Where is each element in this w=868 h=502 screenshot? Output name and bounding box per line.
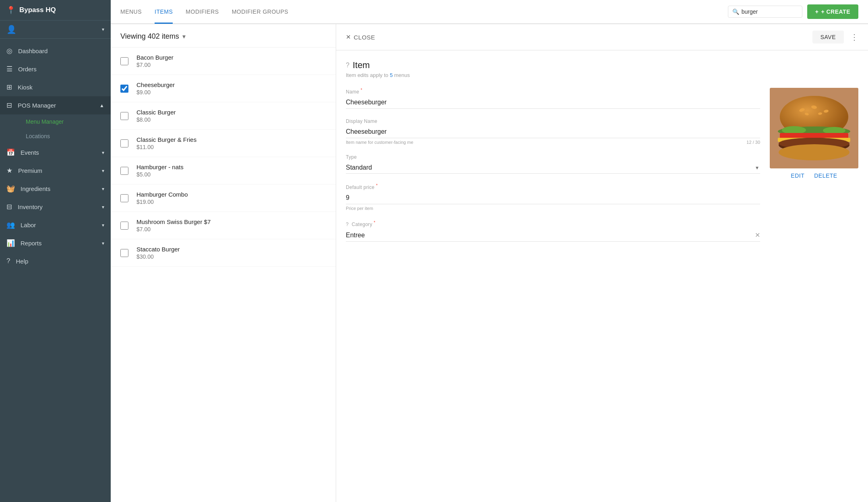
item-checkbox-hamburger-combo[interactable]	[120, 194, 128, 202]
chevron-up-icon: ▲	[99, 103, 104, 108]
type-select-wrapper: Standard Combo Variable ▾	[346, 162, 760, 174]
item-price: $11.00	[136, 144, 196, 150]
sidebar-item-dashboard[interactable]: ◎ Dashboard	[0, 42, 111, 60]
sidebar-item-pos-manager[interactable]: ⊟ POS Manager ▲	[0, 96, 111, 114]
item-image	[770, 88, 858, 168]
sidebar-item-inventory[interactable]: ⊟ Inventory ▾	[0, 198, 111, 216]
field-group-name: Name *	[346, 88, 760, 109]
detail-fields: Name * Display Name Item name for custom…	[346, 88, 760, 251]
more-options-icon[interactable]: ⋮	[850, 32, 858, 42]
item-checkbox-bacon-burger[interactable]	[120, 57, 128, 65]
item-list-header: Viewing 402 items ▾	[111, 24, 336, 48]
ingredients-icon: 🧺	[6, 185, 15, 193]
tab-modifiers[interactable]: MODIFIERS	[186, 0, 219, 24]
field-group-display-name: Display Name Item name for customer-faci…	[346, 118, 760, 145]
item-price: $19.00	[136, 199, 188, 205]
list-item[interactable]: Classic Burger $8.00	[111, 102, 336, 130]
field-group-type: Type Standard Combo Variable ▾	[346, 154, 760, 174]
plus-icon: +	[815, 8, 819, 15]
price-input[interactable]	[346, 192, 760, 204]
sidebar-item-label: Events	[21, 149, 102, 156]
location-icon: 📍	[6, 6, 15, 15]
user-chevron-icon: ▾	[102, 27, 104, 32]
tab-items[interactable]: ITEMS	[155, 0, 173, 24]
item-checkbox-hamburger-nats[interactable]	[120, 167, 128, 175]
list-item[interactable]: Cheeseburger $9.00	[111, 75, 336, 102]
detail-body: ? Item Item edits apply to 5 menus Name …	[336, 50, 868, 502]
detail-header-actions: SAVE ⋮	[812, 31, 858, 44]
category-field: Entree ✕	[346, 229, 760, 242]
item-subtitle: Item edits apply to 5 menus	[346, 72, 858, 78]
chevron-down-icon: ▾	[102, 222, 104, 228]
edit-image-button[interactable]: EDIT	[791, 172, 804, 179]
viewing-chevron-icon[interactable]: ▾	[182, 33, 186, 40]
sidebar-item-label: POS Manager	[18, 102, 99, 109]
list-item[interactable]: Mushroom Swiss Burger $7 $7.00	[111, 212, 336, 239]
sidebar-user[interactable]: 👤 ▾	[0, 21, 111, 39]
field-group-price: Default price * Price per item	[346, 183, 760, 211]
sidebar-item-labor[interactable]: 👥 Labor ▾	[0, 216, 111, 234]
sidebar-item-label: Orders	[18, 66, 104, 73]
detail-panel: ✕ CLOSE SAVE ⋮ ? Item Item edits apply t…	[336, 24, 868, 502]
sidebar-sub-item-locations[interactable]: Locations	[19, 129, 111, 143]
main-content: MENUS ITEMS MODIFIERS MODIFIER GROUPS 🔍 …	[111, 0, 868, 502]
item-checkbox-cheeseburger[interactable]	[120, 85, 128, 93]
tab-menus[interactable]: MENUS	[120, 0, 142, 24]
list-item[interactable]: Staccato Burger $30.00	[111, 239, 336, 267]
item-name: Mushroom Swiss Burger $7	[136, 218, 211, 225]
category-clear-icon[interactable]: ✕	[755, 231, 760, 239]
item-info: Cheeseburger $9.00	[136, 81, 175, 95]
reports-icon: 📊	[6, 239, 15, 247]
kiosk-icon: ⊞	[6, 83, 12, 91]
sidebar-item-ingredients[interactable]: 🧺 Ingredients ▾	[0, 180, 111, 198]
display-name-input[interactable]	[346, 126, 760, 138]
item-list: Bacon Burger $7.00 Cheeseburger $9.00 Cl…	[111, 48, 336, 502]
item-info: Hamburger - nats $5.00	[136, 164, 184, 178]
name-field-label: Name *	[346, 88, 760, 95]
sidebar-item-label: Ingredients	[21, 185, 102, 192]
item-checkbox-staccato-burger[interactable]	[120, 249, 128, 257]
search-box[interactable]: 🔍	[728, 6, 802, 18]
nav-tabs: MENUS ITEMS MODIFIERS MODIFIER GROUPS	[120, 0, 728, 23]
sidebar-item-label: Premium	[18, 167, 102, 174]
item-list-panel: Viewing 402 items ▾ Bacon Burger $7.00 C…	[111, 24, 336, 502]
list-item[interactable]: Hamburger Combo $19.00	[111, 185, 336, 212]
save-button[interactable]: SAVE	[812, 31, 844, 44]
tab-modifier-groups[interactable]: MODIFIER GROUPS	[232, 0, 289, 24]
sidebar-item-help[interactable]: ? Help	[0, 252, 111, 270]
labor-icon: 👥	[6, 221, 15, 229]
sidebar-item-orders[interactable]: ☰ Orders	[0, 60, 111, 78]
item-price: $9.00	[136, 89, 175, 95]
svg-rect-11	[780, 133, 848, 139]
item-name: Cheeseburger	[136, 81, 175, 88]
help-circle-icon[interactable]: ?	[346, 62, 349, 69]
delete-image-button[interactable]: DELETE	[814, 172, 837, 179]
item-checkbox-mushroom-swiss[interactable]	[120, 222, 128, 230]
price-field-label: Default price *	[346, 183, 760, 190]
content-area: Viewing 402 items ▾ Bacon Burger $7.00 C…	[111, 24, 868, 502]
events-icon: 📅	[6, 148, 15, 157]
sidebar-item-reports[interactable]: 📊 Reports ▾	[0, 234, 111, 252]
sidebar-sub-item-menu-manager[interactable]: Menu Manager	[19, 114, 111, 129]
chevron-down-icon: ▾	[102, 186, 104, 192]
create-button[interactable]: + + CREATE	[807, 4, 858, 19]
sidebar-item-premium[interactable]: ★ Premium ▾	[0, 162, 111, 180]
sidebar-item-kiosk[interactable]: ⊞ Kiosk	[0, 78, 111, 96]
close-button[interactable]: ✕ CLOSE	[346, 33, 375, 41]
sidebar-item-events[interactable]: 📅 Events ▾	[0, 143, 111, 162]
display-name-field-label: Display Name	[346, 118, 760, 124]
search-input[interactable]	[742, 8, 798, 15]
detail-content: Name * Display Name Item name for custom…	[346, 88, 858, 251]
item-checkbox-classic-burger[interactable]	[120, 112, 128, 120]
list-item[interactable]: Classic Burger & Fries $11.00	[111, 130, 336, 157]
list-item[interactable]: Hamburger - nats $5.00	[111, 157, 336, 185]
list-item[interactable]: Bacon Burger $7.00	[111, 48, 336, 75]
type-select[interactable]: Standard Combo Variable	[346, 162, 760, 174]
name-input[interactable]	[346, 96, 760, 109]
item-info: Bacon Burger $7.00	[136, 54, 174, 68]
premium-icon: ★	[6, 166, 12, 175]
viewing-count: Viewing 402 items	[120, 32, 179, 41]
item-checkbox-classic-burger-fries[interactable]	[120, 139, 128, 147]
item-price: $5.00	[136, 171, 184, 178]
item-price: $30.00	[136, 253, 180, 260]
